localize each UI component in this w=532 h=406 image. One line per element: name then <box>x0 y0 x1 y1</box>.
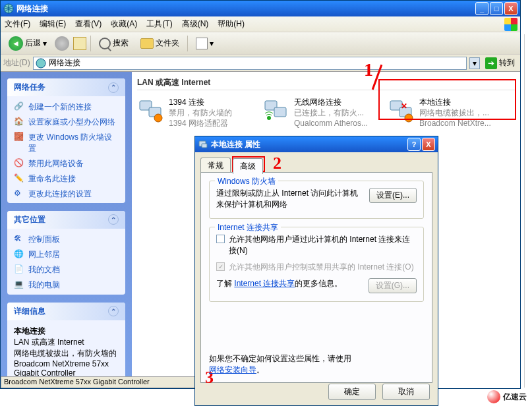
network-wizard-link[interactable]: 网络安装向导 <box>209 365 256 374</box>
link-control-panel[interactable]: 🛠控制面板 <box>14 234 119 245</box>
folders-label: 文件夹 <box>156 38 179 49</box>
firewall-settings-button[interactable]: 设置(E)... <box>369 188 417 203</box>
maximize-button[interactable]: □ <box>490 2 503 15</box>
detail-type: LAN 或高速 Internet <box>14 337 119 348</box>
connection-1394[interactable]: 1394 连接 禁用，有防火墙的 1394 网络适配器 <box>137 97 249 129</box>
cancel-button[interactable]: 取消 <box>382 384 430 400</box>
dialog-help-button[interactable]: ? <box>407 138 421 151</box>
sidebar: 网络任务 ⌃ 🔗创建一个新的连接 🏠设置家庭或小型办公网络 🧱更改 Window… <box>1 72 132 388</box>
checkbox-icon: ✓ <box>216 262 225 271</box>
ics-control-checkbox: ✓ 允许其他网络用户控制或禁用共享的 Internet 连接(O) <box>216 262 417 273</box>
chevron-up-icon: ⌃ <box>108 306 119 316</box>
menu-advanced[interactable]: 高级(N) <box>182 18 209 30</box>
menu-view[interactable]: 查看(V) <box>75 18 102 30</box>
tab-page-advanced: Windows 防火墙 通过限制或防止从 Internet 访问此计算机来保护计… <box>200 172 432 383</box>
panel-header[interactable]: 详细信息 ⌃ <box>7 303 125 320</box>
back-button[interactable]: ◄ 后退 ▾ <box>5 34 51 53</box>
ics-settings-button: 设置(G)... <box>369 278 417 293</box>
dialog-title: 本地连接 属性 <box>211 139 407 150</box>
svg-rect-13 <box>202 144 207 148</box>
chevron-up-icon: ⌃ <box>108 82 119 93</box>
go-button[interactable]: ➔ 转到 <box>483 57 517 69</box>
annotation-1: 1 <box>364 59 373 80</box>
home-network-icon: 🏠 <box>14 117 24 127</box>
detail-device: Broadcom NetXtreme 57xx Gigabit Controll… <box>14 359 119 378</box>
firewall-group: Windows 防火墙 通过限制或防止从 Internet 访问此计算机来保护计… <box>209 181 424 219</box>
back-label: 后退 <box>25 38 41 49</box>
panel-title: 其它位置 <box>14 214 45 225</box>
firewall-text: 通过限制或防止从 Internet 访问此计算机来保护计算机和网络 <box>216 188 364 210</box>
task-disable[interactable]: 🚫禁用此网络设备 <box>14 158 119 169</box>
connection-local[interactable]: ✕ 本地连接 网络电缆被拔出，... Broadcom NetXtre... <box>388 97 500 129</box>
category-header: LAN 或高速 Internet <box>137 77 515 90</box>
ics-learn-link[interactable]: Internet 连接共享 <box>234 279 295 288</box>
panel-header[interactable]: 其它位置 ⌃ <box>7 211 125 229</box>
connection-icon <box>137 97 163 123</box>
menu-edit[interactable]: 编辑(E) <box>40 18 66 30</box>
tab-advanced[interactable]: 高级 <box>233 158 263 174</box>
detail-status: 网络电缆被拔出，有防火墙的 <box>14 348 119 359</box>
menu-file[interactable]: 文件(F) <box>5 18 30 30</box>
wizard-icon: 🔗 <box>14 102 24 112</box>
network-tasks-panel: 网络任务 ⌃ 🔗创建一个新的连接 🏠设置家庭或小型办公网络 🧱更改 Window… <box>7 78 125 203</box>
menu-tools[interactable]: 工具(T) <box>146 18 172 30</box>
task-rename[interactable]: ✏️重命名此连接 <box>14 173 119 185</box>
panel-header[interactable]: 网络任务 ⌃ <box>7 78 125 96</box>
close-button[interactable]: X <box>504 2 517 15</box>
svg-text:✕: ✕ <box>401 102 407 111</box>
link-my-documents[interactable]: 📄我的文档 <box>14 264 119 276</box>
task-firewall[interactable]: 🧱更改 Windows 防火墙设置 <box>14 132 119 154</box>
menu-help[interactable]: 帮助(H) <box>218 18 245 30</box>
panel-title: 网络任务 <box>14 82 45 93</box>
dialog-titlebar: 本地连接 属性 ? X <box>195 136 438 152</box>
search-label: 搜索 <box>113 38 129 49</box>
other-places-panel: 其它位置 ⌃ 🛠控制面板 🌐网上邻居 📄我的文档 💻我的电脑 <box>7 211 125 295</box>
connection-wireless[interactable]: 无线网络连接 已连接上，有防火... Qualcomm Atheros... <box>262 97 374 129</box>
task-settings[interactable]: ⚙更改此连接的设置 <box>14 188 119 200</box>
minimize-button[interactable]: _ <box>475 2 488 15</box>
ics-allow-checkbox[interactable]: 允许其他网络用户通过此计算机的 Internet 连接来连接(N) <box>216 234 417 256</box>
view-mode-button[interactable]: ▾ <box>192 36 218 51</box>
ok-button[interactable]: 确定 <box>328 384 376 400</box>
task-home-network[interactable]: 🏠设置家庭或小型办公网络 <box>14 117 119 128</box>
forward-button[interactable] <box>55 36 69 51</box>
search-icon <box>99 38 111 49</box>
link-my-computer[interactable]: 💻我的电脑 <box>14 279 119 291</box>
address-input[interactable]: 网络连接 <box>33 57 467 70</box>
properties-dialog: 本地连接 属性 ? X 常规 高级 2 Windows 防火墙 通过限制或防止从… <box>194 136 438 406</box>
annotation-2: 2 <box>273 154 281 173</box>
watermark-icon <box>487 390 500 403</box>
address-value: 网络连接 <box>49 57 80 69</box>
address-dropdown[interactable]: ▾ <box>469 57 480 69</box>
menu-favorites[interactable]: 收藏(A) <box>111 18 137 30</box>
folder-icon <box>140 38 154 49</box>
chevron-up-icon: ⌃ <box>108 214 119 225</box>
svg-point-7 <box>267 116 271 120</box>
window-title: 网络连接 <box>16 3 475 14</box>
address-label: 地址(D) <box>3 57 30 69</box>
go-label: 转到 <box>499 57 515 69</box>
control-panel-icon: 🛠 <box>14 234 24 245</box>
disable-icon: 🚫 <box>14 158 24 169</box>
svg-rect-6 <box>274 107 286 117</box>
search-button[interactable]: 搜索 <box>95 36 133 51</box>
separator <box>90 36 91 51</box>
tab-general[interactable]: 常规 <box>200 158 231 173</box>
folders-button[interactable]: 文件夹 <box>136 36 183 51</box>
svg-point-11 <box>405 114 413 122</box>
dialog-close-button[interactable]: X <box>422 138 435 151</box>
group-title: Internet 连接共享 <box>215 222 281 233</box>
menubar: 文件(F) 编辑(E) 查看(V) 收藏(A) 工具(T) 高级(N) 帮助(H… <box>1 16 520 32</box>
network-icon <box>36 58 46 69</box>
task-new-connection[interactable]: 🔗创建一个新的连接 <box>14 102 119 113</box>
view-icon <box>196 38 208 49</box>
tab-strip: 常规 高级 2 <box>200 158 432 172</box>
svg-point-4 <box>154 114 162 122</box>
link-network-places[interactable]: 🌐网上邻居 <box>14 249 119 260</box>
detail-name: 本地连接 <box>14 326 119 337</box>
watermark: 亿速云 <box>487 390 527 403</box>
separator <box>187 36 188 51</box>
titlebar: 网络连接 _ □ X <box>1 1 520 16</box>
up-button[interactable] <box>73 37 86 50</box>
documents-icon: 📄 <box>14 264 24 275</box>
